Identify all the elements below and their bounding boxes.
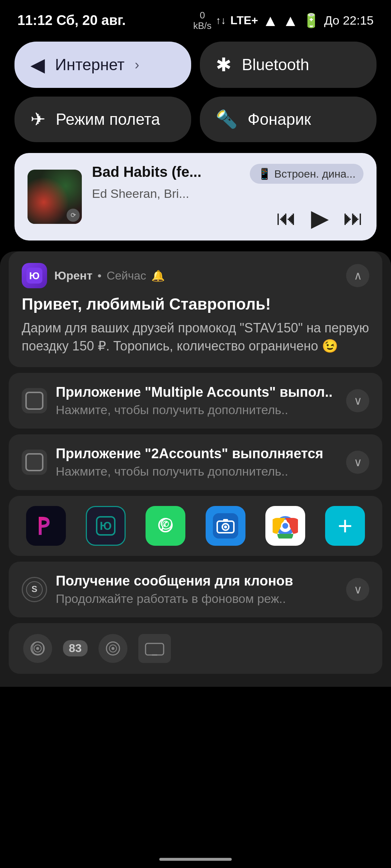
notifications-area: Ю Юрент • Сейчас 🔔 ∧ Привет, любимый Ста… bbox=[0, 251, 391, 687]
clone-app-icon: S bbox=[22, 577, 47, 602]
clone-expand-button[interactable]: ∨ bbox=[346, 578, 369, 601]
spiral-icon-2 bbox=[105, 641, 121, 656]
multiple-accounts-body: Нажмите, чтобы получить дополнитель.. bbox=[56, 403, 337, 417]
airplane-icon: ✈ bbox=[30, 110, 46, 128]
status-bar: 11:12 Сб, 20 авг. 0kB/s ↑↓ LTE+ ▲ ▲ 🔋 До… bbox=[0, 0, 391, 38]
album-badge-icon: ⟳ bbox=[67, 209, 80, 222]
svg-rect-26 bbox=[152, 654, 157, 656]
yourent-bell-icon: 🔔 bbox=[151, 269, 165, 282]
media-artist: Ed Sheeran, Bri... bbox=[92, 187, 363, 201]
airplane-mode-tile[interactable]: ✈ Режим полета bbox=[14, 97, 191, 142]
clone-text: Получение сообщения для клонов Продолжай… bbox=[56, 573, 337, 606]
svg-point-16 bbox=[282, 523, 288, 529]
yourent-box-svg-icon: Ю bbox=[93, 513, 118, 539]
signal-strength2-icon: ▲ bbox=[283, 12, 299, 30]
lte-label: LTE+ bbox=[230, 14, 258, 27]
data-rate-icon: 0kB/s bbox=[193, 10, 212, 31]
two-accounts-notification[interactable]: Приложение "2Accounts" выполняется Нажми… bbox=[9, 434, 382, 490]
svg-point-11 bbox=[224, 526, 227, 528]
media-top-row: Bad Habits (fe... 📱 Встроен. дина... bbox=[92, 164, 363, 184]
signal-strength-icon: ▲ bbox=[262, 12, 278, 30]
yourent-p-app-icon[interactable] bbox=[26, 506, 66, 546]
internet-arrow-icon: › bbox=[135, 57, 139, 73]
media-prev-button[interactable]: ⏮ bbox=[276, 208, 297, 228]
media-play-button[interactable]: ▶ bbox=[311, 207, 329, 230]
yourent-app-icon: Ю bbox=[22, 263, 47, 288]
media-title: Bad Habits (fe... bbox=[92, 164, 201, 180]
battery-label: До 22:15 bbox=[324, 13, 374, 27]
yourent-app-name: Юрент bbox=[54, 269, 92, 282]
camera-svg-icon bbox=[213, 513, 238, 539]
bottom-icon-2 bbox=[98, 634, 127, 663]
multiple-accounts-notification[interactable]: Приложение "Multiple Accounts" выпол.. Н… bbox=[9, 373, 382, 429]
svg-text:S: S bbox=[31, 584, 37, 594]
multiple-accounts-title: Приложение "Multiple Accounts" выпол.. bbox=[56, 384, 337, 400]
media-player[interactable]: ⟳ Bad Habits (fe... 📱 Встроен. дина... E… bbox=[14, 153, 377, 241]
media-output-label: Встроен. дина... bbox=[274, 168, 356, 180]
yourent-app-meta: Юрент • Сейчас 🔔 bbox=[54, 269, 165, 282]
quick-tiles-grid: ◀ Интернет › ✱ Bluetooth ✈ Режим полета … bbox=[0, 38, 391, 149]
multiple-accounts-icon-inner bbox=[25, 392, 43, 410]
clone-notification[interactable]: S Получение сообщения для клонов Продолж… bbox=[9, 562, 382, 617]
yourent-box-app-icon[interactable]: Ю bbox=[86, 506, 126, 546]
status-time: 11:12 bbox=[17, 13, 52, 28]
internet-tile[interactable]: ◀ Интернет › bbox=[14, 42, 191, 88]
status-date: Сб, 20 авг. bbox=[56, 13, 126, 28]
yourent-notif-title: Привет, любимый Ставрополь! bbox=[22, 295, 369, 314]
whatsapp-app-icon[interactable]: ✆ bbox=[146, 506, 185, 546]
yourent-notification[interactable]: Ю Юрент • Сейчас 🔔 ∧ Привет, любимый Ста… bbox=[9, 251, 382, 367]
two-accounts-expand-button[interactable]: ∨ bbox=[346, 451, 369, 474]
two-accounts-title: Приложение "2Accounts" выполняется bbox=[56, 446, 337, 461]
album-art: ⟳ bbox=[28, 170, 82, 224]
svg-rect-25 bbox=[146, 643, 164, 655]
bluetooth-tile[interactable]: ✱ Bluetooth bbox=[200, 42, 377, 88]
svg-text:Ю: Ю bbox=[100, 519, 112, 532]
bottom-icon-3 bbox=[138, 634, 171, 663]
bluetooth-icon: ✱ bbox=[216, 55, 232, 74]
multiple-accounts-notif-row: Приложение "Multiple Accounts" выпол.. Н… bbox=[22, 384, 369, 417]
status-right-icons: 0kB/s ↑↓ LTE+ ▲ ▲ 🔋 До 22:15 bbox=[193, 10, 374, 31]
two-accounts-body: Нажмите, чтобы получить дополнитель.. bbox=[56, 464, 337, 478]
svg-text:✆: ✆ bbox=[162, 520, 169, 529]
chrome-app-icon[interactable] bbox=[265, 506, 305, 546]
two-accounts-icon-inner bbox=[25, 453, 43, 471]
signal-arrows-icon: ↑↓ bbox=[216, 15, 226, 26]
yourent-dot-separator: • bbox=[97, 269, 101, 282]
media-next-button[interactable]: ⏭ bbox=[343, 208, 363, 228]
media-output-selector[interactable]: 📱 Встроен. дина... bbox=[250, 164, 363, 184]
bottom-icon-1 bbox=[23, 634, 52, 663]
screen-icon bbox=[144, 641, 165, 656]
svg-text:Ю: Ю bbox=[29, 270, 40, 281]
whatsapp-svg-icon: ✆ bbox=[153, 513, 178, 539]
clone-svg-icon: S bbox=[26, 581, 43, 598]
yourent-collapse-button[interactable]: ∧ bbox=[346, 264, 369, 287]
multiple-accounts-expand-button[interactable]: ∨ bbox=[346, 389, 369, 412]
yourent-notif-body: Дарим для ваших друзей промокод "STAV150… bbox=[22, 319, 369, 356]
yourent-p-svg-icon bbox=[31, 511, 60, 540]
home-indicator[interactable] bbox=[159, 858, 232, 861]
multiple-accounts-text: Приложение "Multiple Accounts" выпол.. Н… bbox=[56, 384, 337, 417]
clone-notif-row: S Получение сообщения для клонов Продолж… bbox=[22, 573, 369, 606]
notification-count-badge: 83 bbox=[63, 640, 88, 656]
yourent-notif-header-left: Ю Юрент • Сейчас 🔔 bbox=[22, 263, 165, 288]
svg-rect-12 bbox=[223, 519, 228, 522]
two-accounts-text: Приложение "2Accounts" выполняется Нажми… bbox=[56, 446, 337, 478]
spiral-icon-1 bbox=[30, 641, 46, 656]
camera-app-icon[interactable] bbox=[206, 506, 245, 546]
bluetooth-label: Bluetooth bbox=[242, 56, 309, 74]
flashlight-label: Фонарик bbox=[248, 110, 311, 128]
media-info: Bad Habits (fe... 📱 Встроен. дина... Ed … bbox=[92, 164, 363, 230]
app-icons-notification: Ю ✆ bbox=[9, 496, 382, 556]
flashlight-icon: 🔦 bbox=[216, 111, 237, 128]
bottom-icons-bar: 83 bbox=[9, 623, 382, 674]
status-time-date: 11:12 Сб, 20 авг. bbox=[17, 13, 126, 28]
clone-title: Получение сообщения для клонов bbox=[56, 573, 337, 589]
flashlight-tile[interactable]: 🔦 Фонарик bbox=[200, 97, 377, 142]
clone-body: Продолжайте работать в фоновом реж.. bbox=[56, 592, 337, 606]
yourent-notif-header: Ю Юрент • Сейчас 🔔 ∧ bbox=[22, 263, 369, 288]
media-output-device-icon: 📱 bbox=[258, 167, 271, 180]
airplane-label: Режим полета bbox=[56, 110, 160, 128]
multiple-accounts-icon bbox=[22, 388, 47, 413]
add-app-icon[interactable]: + bbox=[325, 506, 365, 546]
internet-label: Интернет bbox=[55, 56, 125, 74]
